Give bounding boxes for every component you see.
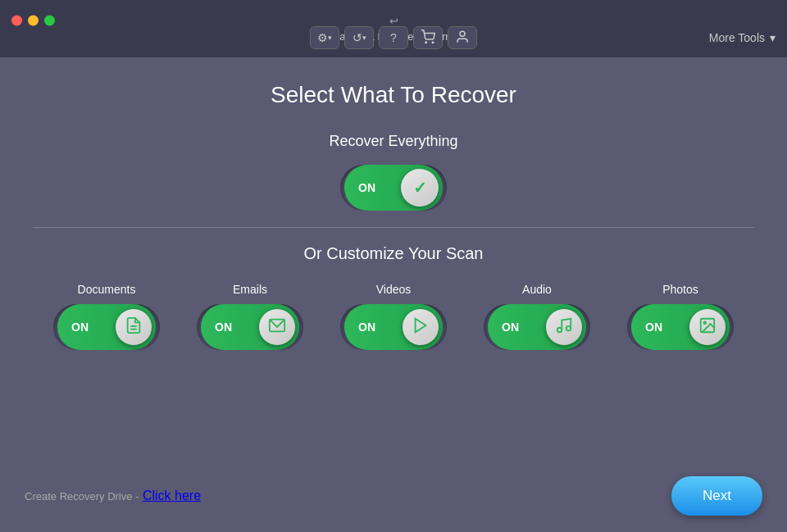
- videos-label: Videos: [376, 283, 412, 296]
- recover-everything-section: Recover Everything ON ✓: [33, 133, 754, 211]
- audio-icon: [555, 316, 573, 338]
- documents-item: Documents ON: [49, 283, 164, 350]
- audio-label: Audio: [522, 283, 552, 296]
- photos-toggle-track: ON: [631, 304, 730, 350]
- settings-button[interactable]: ⚙ ▾: [310, 26, 339, 49]
- bottom-bar: Create Recovery Drive - Click here Next: [0, 476, 787, 516]
- more-tools-label: More Tools: [709, 31, 765, 44]
- section-divider: [33, 227, 754, 228]
- documents-toggle[interactable]: ON: [53, 304, 160, 350]
- audio-on-label: ON: [502, 321, 519, 334]
- settings-icon: ⚙: [317, 31, 328, 44]
- recovery-drive-link[interactable]: Click here: [143, 489, 201, 502]
- svg-point-2: [460, 31, 465, 36]
- videos-item: Videos ON: [336, 283, 451, 350]
- photos-toggle[interactable]: ON: [627, 304, 734, 350]
- settings-dropdown-icon: ▾: [328, 34, 332, 42]
- recover-toggle-track: ON ✓: [344, 165, 443, 211]
- toolbar: ⚙ ▾ ↺ ▾ ?: [310, 26, 477, 49]
- file-types-container: Documents ON: [33, 283, 754, 350]
- documents-label: Documents: [78, 283, 136, 296]
- photos-item: Photos ON: [623, 283, 738, 350]
- emails-knob: [259, 309, 295, 345]
- help-button[interactable]: ?: [379, 26, 408, 49]
- traffic-lights: [11, 16, 55, 26]
- emails-item: Emails ON: [193, 283, 307, 350]
- photos-on-label: ON: [645, 321, 662, 334]
- svg-point-8: [566, 326, 571, 331]
- back-icon: ↩: [389, 15, 398, 27]
- photos-label: Photos: [662, 283, 698, 296]
- videos-toggle[interactable]: ON: [340, 304, 447, 350]
- minimize-button[interactable]: [28, 16, 39, 26]
- recover-toggle-on-label: ON: [358, 181, 375, 194]
- history-button[interactable]: ↺ ▾: [344, 26, 374, 49]
- documents-on-label: ON: [71, 321, 89, 334]
- svg-marker-6: [416, 319, 426, 333]
- checkmark-icon: ✓: [413, 178, 427, 198]
- audio-toggle[interactable]: ON: [484, 304, 590, 350]
- more-tools-chevron-icon: ▾: [770, 31, 776, 44]
- close-button[interactable]: [11, 16, 22, 26]
- documents-knob: [116, 309, 152, 345]
- cart-icon: [421, 30, 435, 47]
- emails-label: Emails: [233, 283, 267, 296]
- emails-toggle[interactable]: ON: [197, 304, 303, 350]
- photos-knob: [689, 309, 726, 345]
- account-button[interactable]: [448, 26, 477, 49]
- audio-toggle-track: ON: [488, 304, 586, 350]
- email-icon: [268, 316, 286, 338]
- history-dropdown-icon: ▾: [362, 34, 366, 42]
- videos-on-label: ON: [358, 321, 375, 334]
- more-tools-button[interactable]: More Tools ▾: [709, 31, 776, 44]
- next-button[interactable]: Next: [671, 476, 762, 516]
- audio-item: Audio ON: [480, 283, 594, 350]
- svg-point-0: [425, 42, 427, 43]
- account-icon: [455, 30, 470, 47]
- videos-toggle-track: ON: [344, 304, 443, 350]
- videos-knob: [403, 309, 439, 345]
- recover-toggle-knob: ✓: [401, 169, 439, 207]
- svg-point-7: [557, 328, 562, 333]
- video-icon: [412, 316, 430, 338]
- history-icon: ↺: [353, 31, 362, 44]
- svg-point-1: [432, 42, 434, 43]
- cart-button[interactable]: [413, 26, 443, 49]
- maximize-button[interactable]: [44, 16, 55, 26]
- emails-toggle-track: ON: [201, 304, 299, 350]
- titlebar: ↩ Stellar Data Recovery Premium ⚙ ▾ ↺ ▾ …: [0, 0, 787, 57]
- photo-icon: [698, 316, 716, 338]
- recovery-drive-text: Create Recovery Drive -: [25, 490, 139, 502]
- main-content: Select What To Recover Recover Everythin…: [0, 57, 787, 366]
- page-title: Select What To Recover: [33, 82, 754, 108]
- svg-point-10: [703, 321, 706, 324]
- recovery-drive-section: Create Recovery Drive - Click here: [25, 489, 201, 503]
- help-icon: ?: [390, 31, 397, 44]
- emails-on-label: ON: [215, 321, 232, 334]
- recover-everything-toggle[interactable]: ON ✓: [340, 165, 447, 211]
- audio-knob: [546, 309, 582, 345]
- recover-everything-label: Recover Everything: [329, 133, 457, 150]
- customize-label: Or Customize Your Scan: [33, 244, 754, 263]
- documents-toggle-track: ON: [57, 304, 156, 350]
- document-icon: [125, 316, 143, 338]
